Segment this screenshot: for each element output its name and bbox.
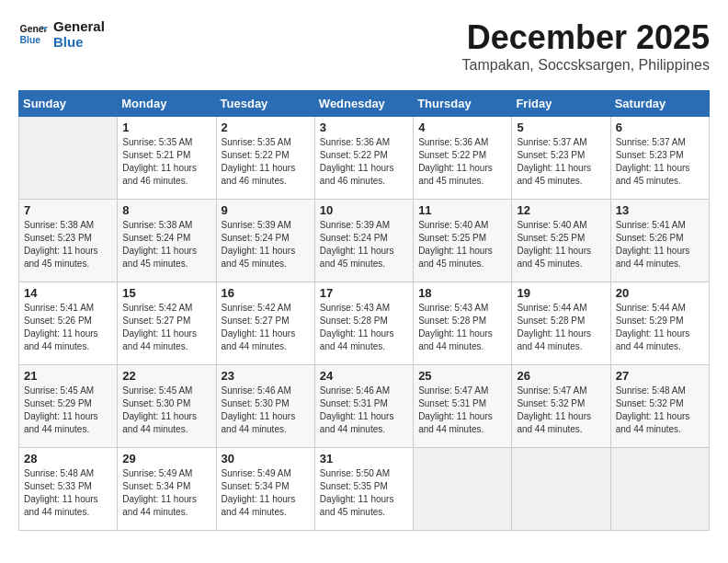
week-row-3: 14Sunrise: 5:41 AMSunset: 5:26 PMDayligh… [19,282,710,365]
day-number: 22 [122,369,210,383]
calendar-cell: 19Sunrise: 5:44 AMSunset: 5:28 PMDayligh… [512,282,610,365]
day-number: 10 [320,203,408,217]
day-info: Sunrise: 5:37 AMSunset: 5:23 PMDaylight:… [517,136,605,188]
calendar-body: 1Sunrise: 5:35 AMSunset: 5:21 PMDaylight… [19,117,710,531]
day-info: Sunrise: 5:36 AMSunset: 5:22 PMDaylight:… [418,136,506,188]
day-info: Sunrise: 5:41 AMSunset: 5:26 PMDaylight:… [24,302,112,353]
day-number: 29 [122,452,210,465]
day-info: Sunrise: 5:44 AMSunset: 5:28 PMDaylight:… [517,302,605,353]
day-number: 9 [222,203,310,217]
weekday-header-thursday: Thursday [414,91,512,117]
calendar-cell: 11Sunrise: 5:40 AMSunset: 5:25 PMDayligh… [414,200,512,282]
day-info: Sunrise: 5:40 AMSunset: 5:25 PMDaylight:… [418,219,506,270]
calendar-cell: 24Sunrise: 5:46 AMSunset: 5:31 PMDayligh… [314,365,413,448]
calendar-cell: 5Sunrise: 5:37 AMSunset: 5:23 PMDaylight… [512,117,610,200]
calendar-cell: 25Sunrise: 5:47 AMSunset: 5:31 PMDayligh… [414,365,512,448]
day-number: 14 [24,286,112,300]
day-info: Sunrise: 5:35 AMSunset: 5:22 PMDaylight:… [222,136,310,188]
day-info: Sunrise: 5:48 AMSunset: 5:32 PMDaylight:… [616,385,704,436]
day-number: 1 [122,121,210,134]
calendar-cell: 6Sunrise: 5:37 AMSunset: 5:23 PMDaylight… [610,117,709,200]
weekday-header-monday: Monday [118,91,216,117]
location-title: Tampakan, Soccsksargen, Philippines [462,57,710,74]
day-info: Sunrise: 5:44 AMSunset: 5:29 PMDaylight:… [616,302,704,353]
weekday-header-wednesday: Wednesday [314,91,413,117]
day-info: Sunrise: 5:47 AMSunset: 5:32 PMDaylight:… [517,385,605,436]
day-number: 8 [122,203,210,217]
day-info: Sunrise: 5:45 AMSunset: 5:29 PMDaylight:… [24,385,112,436]
day-info: Sunrise: 5:39 AMSunset: 5:24 PMDaylight:… [320,219,408,270]
calendar-cell: 23Sunrise: 5:46 AMSunset: 5:30 PMDayligh… [216,365,314,448]
top-area: General Blue General Blue December 2025 … [18,18,710,81]
calendar-cell: 4Sunrise: 5:36 AMSunset: 5:22 PMDaylight… [414,117,512,200]
day-number: 2 [222,121,310,134]
calendar-cell: 18Sunrise: 5:43 AMSunset: 5:28 PMDayligh… [414,282,512,365]
day-info: Sunrise: 5:43 AMSunset: 5:28 PMDaylight:… [418,302,506,353]
calendar-cell: 7Sunrise: 5:38 AMSunset: 5:23 PMDaylight… [19,200,118,282]
calendar-cell: 2Sunrise: 5:35 AMSunset: 5:22 PMDaylight… [216,117,314,200]
week-row-4: 21Sunrise: 5:45 AMSunset: 5:29 PMDayligh… [19,365,710,448]
calendar-cell [19,117,118,200]
week-row-2: 7Sunrise: 5:38 AMSunset: 5:23 PMDaylight… [19,200,710,282]
calendar-cell: 20Sunrise: 5:44 AMSunset: 5:29 PMDayligh… [610,282,709,365]
day-number: 25 [418,369,506,383]
day-info: Sunrise: 5:46 AMSunset: 5:30 PMDaylight:… [222,385,310,436]
calendar-cell: 14Sunrise: 5:41 AMSunset: 5:26 PMDayligh… [19,282,118,365]
calendar-cell: 29Sunrise: 5:49 AMSunset: 5:34 PMDayligh… [118,448,216,531]
weekday-header-sunday: Sunday [19,91,118,117]
day-number: 3 [320,121,408,134]
day-info: Sunrise: 5:46 AMSunset: 5:31 PMDaylight:… [320,385,408,436]
calendar-table: SundayMondayTuesdayWednesdayThursdayFrid… [18,90,710,531]
day-info: Sunrise: 5:35 AMSunset: 5:21 PMDaylight:… [122,136,210,188]
calendar-cell: 27Sunrise: 5:48 AMSunset: 5:32 PMDayligh… [610,365,709,448]
calendar-cell: 30Sunrise: 5:49 AMSunset: 5:34 PMDayligh… [216,448,314,531]
calendar-cell: 16Sunrise: 5:42 AMSunset: 5:27 PMDayligh… [216,282,314,365]
day-info: Sunrise: 5:42 AMSunset: 5:27 PMDaylight:… [222,302,310,353]
day-number: 20 [616,286,704,300]
day-info: Sunrise: 5:49 AMSunset: 5:34 PMDaylight:… [122,467,210,519]
calendar-cell: 26Sunrise: 5:47 AMSunset: 5:32 PMDayligh… [512,365,610,448]
calendar-cell: 10Sunrise: 5:39 AMSunset: 5:24 PMDayligh… [314,200,413,282]
day-info: Sunrise: 5:39 AMSunset: 5:24 PMDaylight:… [222,219,310,270]
day-number: 4 [418,121,506,134]
day-number: 19 [517,286,605,300]
logo: General Blue General Blue [18,18,105,50]
day-number: 11 [418,203,506,217]
weekday-header-saturday: Saturday [610,91,709,117]
day-info: Sunrise: 5:36 AMSunset: 5:22 PMDaylight:… [320,136,408,188]
day-info: Sunrise: 5:38 AMSunset: 5:24 PMDaylight:… [122,219,210,270]
day-info: Sunrise: 5:41 AMSunset: 5:26 PMDaylight:… [616,219,704,270]
day-number: 16 [222,286,310,300]
day-number: 13 [616,203,704,217]
day-info: Sunrise: 5:37 AMSunset: 5:23 PMDaylight:… [616,136,704,188]
day-info: Sunrise: 5:42 AMSunset: 5:27 PMDaylight:… [122,302,210,353]
day-number: 7 [24,203,112,217]
calendar-cell: 3Sunrise: 5:36 AMSunset: 5:22 PMDaylight… [314,117,413,200]
day-info: Sunrise: 5:48 AMSunset: 5:33 PMDaylight:… [24,467,112,519]
logo-blue: Blue [53,34,105,50]
header-row: SundayMondayTuesdayWednesdayThursdayFrid… [19,91,710,117]
day-number: 30 [222,452,310,465]
day-number: 18 [418,286,506,300]
day-info: Sunrise: 5:43 AMSunset: 5:28 PMDaylight:… [320,302,408,353]
day-number: 12 [517,203,605,217]
calendar-cell: 1Sunrise: 5:35 AMSunset: 5:21 PMDaylight… [118,117,216,200]
month-title: December 2025 [462,18,710,57]
day-number: 5 [517,121,605,134]
weekday-header-tuesday: Tuesday [216,91,314,117]
day-info: Sunrise: 5:40 AMSunset: 5:25 PMDaylight:… [517,219,605,270]
day-number: 23 [222,369,310,383]
day-number: 28 [24,452,112,465]
title-section: December 2025 Tampakan, Soccsksargen, Ph… [462,18,710,74]
day-number: 21 [24,369,112,383]
day-info: Sunrise: 5:49 AMSunset: 5:34 PMDaylight:… [222,467,310,519]
calendar-cell: 15Sunrise: 5:42 AMSunset: 5:27 PMDayligh… [118,282,216,365]
day-number: 27 [616,369,704,383]
day-info: Sunrise: 5:50 AMSunset: 5:35 PMDaylight:… [320,467,408,519]
day-number: 15 [122,286,210,300]
week-row-5: 28Sunrise: 5:48 AMSunset: 5:33 PMDayligh… [19,448,710,531]
calendar-cell: 9Sunrise: 5:39 AMSunset: 5:24 PMDaylight… [216,200,314,282]
calendar-cell: 17Sunrise: 5:43 AMSunset: 5:28 PMDayligh… [314,282,413,365]
calendar-cell: 28Sunrise: 5:48 AMSunset: 5:33 PMDayligh… [19,448,118,531]
calendar-cell: 13Sunrise: 5:41 AMSunset: 5:26 PMDayligh… [610,200,709,282]
